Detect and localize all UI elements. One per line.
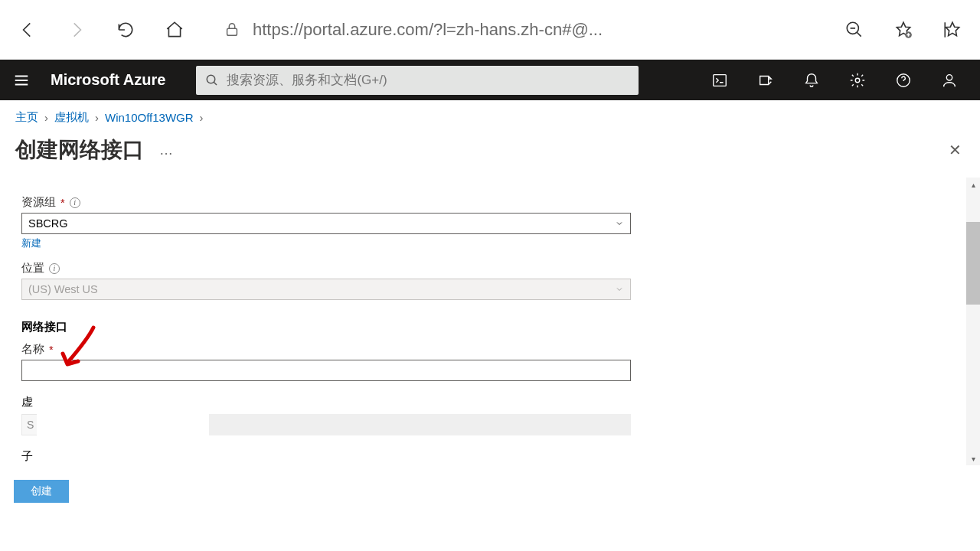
zoom-out-button[interactable] xyxy=(839,15,870,45)
create-new-link[interactable]: 新建 xyxy=(21,236,41,250)
breadcrumb-vm[interactable]: 虚拟机 xyxy=(54,110,89,125)
close-blade-button[interactable]: ✕ xyxy=(945,140,965,160)
svg-point-7 xyxy=(946,74,952,80)
brand-label: Microsoft Azure xyxy=(43,71,181,89)
vnet-label-cut: 虚 xyxy=(21,395,952,409)
footer: 创建 xyxy=(14,480,69,503)
collections-button[interactable] xyxy=(937,15,968,45)
resource-group-value: SBCRG xyxy=(28,217,68,230)
lock-icon xyxy=(224,21,240,38)
resource-group-label: 资源组* i xyxy=(21,195,952,210)
scroll-thumb[interactable] xyxy=(966,222,980,305)
vertical-scrollbar[interactable]: ▴ ▾ xyxy=(966,178,980,465)
nic-section-header: 网络接口 xyxy=(21,320,952,334)
chevron-right-icon: › xyxy=(200,111,204,124)
breadcrumb: 主页 › 虚拟机 › Win10Off13WGR › xyxy=(0,103,980,131)
feedback-icon[interactable] xyxy=(926,60,972,100)
svg-rect-0 xyxy=(227,28,237,35)
help-icon[interactable] xyxy=(880,60,926,100)
favorites-add-button[interactable] xyxy=(888,15,919,45)
svg-point-5 xyxy=(855,78,860,83)
directory-switcher-icon[interactable] xyxy=(743,60,789,100)
menu-button[interactable] xyxy=(0,60,43,100)
info-icon[interactable]: i xyxy=(49,263,60,274)
create-button[interactable]: 创建 xyxy=(14,480,69,503)
forward-button xyxy=(61,15,92,45)
cloud-shell-icon[interactable] xyxy=(697,60,743,100)
chevron-right-icon: › xyxy=(95,111,99,124)
resource-group-dropdown[interactable]: SBCRG xyxy=(21,213,631,234)
search-icon xyxy=(205,73,219,87)
subnet-label-cut: 子 xyxy=(21,449,952,463)
scroll-down-icon[interactable]: ▾ xyxy=(966,452,980,465)
svg-rect-4 xyxy=(714,74,727,86)
svg-point-3 xyxy=(207,75,216,83)
url-bar[interactable]: https://portal.azure.com/?l=zh-hans.zh-c… xyxy=(208,20,821,40)
more-actions-icon[interactable]: … xyxy=(159,142,173,158)
nic-name-input[interactable] xyxy=(21,360,631,381)
location-label: 位置 i xyxy=(21,261,952,276)
azure-header: Microsoft Azure xyxy=(0,60,980,100)
search-input[interactable] xyxy=(227,73,629,88)
page-title-row: 创建网络接口 … ✕ xyxy=(0,131,980,172)
url-text: https://portal.azure.com/?l=zh-hans.zh-c… xyxy=(253,20,603,40)
page-title: 创建网络接口 xyxy=(15,135,144,165)
vnet-dropdown-cut[interactable]: S xyxy=(21,414,631,435)
settings-icon[interactable] xyxy=(835,60,880,100)
location-dropdown: (US) West US xyxy=(21,279,631,300)
global-search[interactable] xyxy=(196,66,639,95)
info-icon[interactable]: i xyxy=(70,197,80,208)
location-value: (US) West US xyxy=(28,283,98,295)
breadcrumb-home[interactable]: 主页 xyxy=(15,110,38,125)
browser-chrome: https://portal.azure.com/?l=zh-hans.zh-c… xyxy=(0,0,980,60)
name-label: 名称* xyxy=(21,342,952,357)
notifications-icon[interactable] xyxy=(789,60,835,100)
breadcrumb-vmname[interactable]: Win10Off13WGR xyxy=(105,111,194,124)
chevron-right-icon: › xyxy=(44,111,48,124)
refresh-button[interactable] xyxy=(110,15,141,45)
back-button[interactable] xyxy=(12,15,43,45)
chevron-down-icon xyxy=(615,285,624,294)
form-panel: 资源组* i SBCRG 新建 位置 i (US) West US 网络接口 名… xyxy=(0,172,980,463)
chevron-down-icon xyxy=(615,219,624,228)
home-button[interactable] xyxy=(159,15,190,45)
scroll-up-icon[interactable]: ▴ xyxy=(966,178,980,191)
